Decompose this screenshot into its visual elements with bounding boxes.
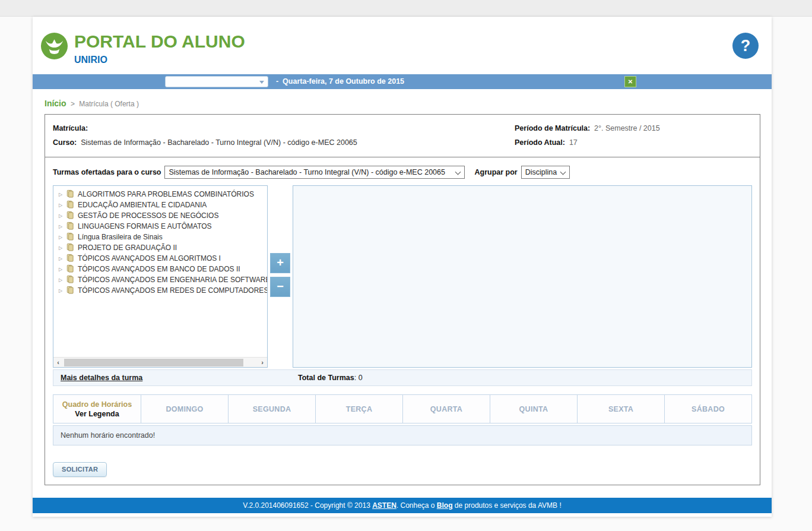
expand-arrow-icon[interactable]: ▷	[57, 267, 64, 272]
expand-arrow-icon[interactable]: ▷	[57, 192, 64, 197]
expand-arrow-icon[interactable]: ▷	[57, 288, 64, 293]
logo-text: PORTAL DO ALUNO UNIRIO	[74, 32, 245, 65]
question-mark-icon: ?	[741, 37, 751, 55]
day-header-domingo: DOMINGO	[141, 395, 228, 423]
transfer-buttons: + −	[268, 185, 293, 368]
folder-icon	[65, 286, 75, 296]
breadcrumb: Início > Matrícula ( Oferta )	[45, 99, 772, 108]
folder-icon	[65, 200, 75, 210]
total-turmas: Total de Turmas: 0	[298, 370, 363, 385]
tree-item[interactable]: ▷GESTÃO DE PROCESSOS DE NEGÓCIOS	[57, 210, 267, 221]
date-value: Quarta-feira, 7 de Outubro de 2015	[283, 77, 404, 86]
blog-link[interactable]: Blog	[437, 501, 453, 510]
tree-item-label: TÓPICOS AVANÇADOS EM ENGENHARIA DE SOFTW…	[78, 276, 268, 284]
enrollment-content: Turmas ofertadas para o curso Sistemas d…	[45, 157, 760, 485]
curso-value: Sistemas de Informação - Bacharelado - T…	[81, 138, 357, 147]
solicitar-button[interactable]: SOLICITAR	[53, 462, 107, 477]
day-header-quinta: QUINTA	[490, 395, 577, 423]
plus-icon: +	[277, 256, 284, 269]
schedule-corner-cell: Quadro de Horários Ver Legenda	[53, 395, 141, 423]
tree-item-label: EDUCAÇÃO AMBIENTAL E CIDADANIA	[78, 201, 207, 209]
tree-item[interactable]: ▷LINGUAGENS FORMAIS E AUTÔMATOS	[57, 221, 267, 232]
total-turmas-value: : 0	[354, 374, 363, 382]
tree-item[interactable]: ▷PROJETO DE GRADUAÇÃO II	[57, 242, 267, 253]
selected-classes-panel	[293, 185, 752, 368]
course-tree: ▷ALGORITMOS PARA PROBLEMAS COMBINATÓRIOS…	[57, 189, 267, 296]
minus-icon: −	[277, 280, 284, 293]
app-logo: PORTAL DO ALUNO UNIRIO	[40, 32, 772, 65]
expand-arrow-icon[interactable]: ▷	[57, 235, 64, 240]
folder-icon	[65, 264, 75, 274]
expand-arrow-icon[interactable]: ▷	[57, 245, 64, 251]
folder-icon	[65, 189, 75, 200]
curso-label: Curso:	[53, 138, 77, 147]
tree-item-label: TÓPICOS AVANÇADOS EM REDES DE COMPUTADOR…	[78, 286, 268, 295]
day-header-sexta: SEXTA	[577, 395, 664, 423]
chevron-down-icon	[455, 169, 461, 175]
tree-item[interactable]: ▷TÓPICOS AVANÇADOS EM ALGORITMOS I	[57, 253, 267, 264]
unirio-logo-icon	[40, 32, 68, 60]
asten-link[interactable]: ASTEN	[372, 501, 397, 510]
enrollment-box: Matrícula: Curso: Sistemas de Informação…	[45, 114, 760, 485]
app-title: PORTAL DO ALUNO	[74, 32, 245, 51]
context-select[interactable]	[165, 76, 268, 87]
class-details-link[interactable]: Mais detalhes da turma	[61, 374, 142, 382]
expand-arrow-icon[interactable]: ▷	[57, 213, 64, 219]
scrollbar-thumb[interactable]	[64, 359, 243, 366]
tree-item-label: LINGUAGENS FORMAIS E AUTÔMATOS	[78, 222, 212, 230]
scroll-right-button[interactable]: ›	[258, 358, 267, 368]
tree-item-label: Língua Brasileira de Sinais	[78, 233, 163, 241]
folder-icon	[65, 275, 75, 285]
ver-legenda-link[interactable]: Ver Legenda	[75, 409, 119, 419]
quadro-horarios-title: Quadro de Horários	[62, 400, 132, 409]
tree-item[interactable]: ▷TÓPICOS AVANÇADOS EM REDES DE COMPUTADO…	[57, 285, 267, 296]
matricula-label: Matrícula:	[53, 124, 88, 132]
help-button[interactable]: ?	[732, 33, 759, 59]
remove-button[interactable]: −	[270, 277, 290, 297]
schedule-empty-message: Nenhum horário encontrado!	[53, 425, 752, 445]
folder-icon	[65, 254, 75, 264]
breadcrumb-current: Matrícula ( Oferta )	[79, 100, 139, 108]
breadcrumb-home-link[interactable]: Início	[45, 99, 66, 108]
expand-arrow-icon[interactable]: ▷	[57, 256, 64, 261]
expand-arrow-icon[interactable]: ▷	[57, 203, 64, 208]
tree-item[interactable]: ▷EDUCAÇÃO AMBIENTAL E CIDADANIA	[57, 200, 267, 210]
horizontal-scrollbar: ‹ ›	[53, 357, 267, 367]
page-footer: V.2.0.201406091652 - Copyright © 2013 AS…	[33, 498, 772, 513]
chevron-down-icon	[560, 169, 566, 175]
close-button[interactable]: ✕	[624, 76, 636, 87]
date-separator: -	[276, 77, 283, 86]
info-left-column: Matrícula: Curso: Sistemas de Informação…	[53, 121, 515, 150]
current-date-text: - Quarta-feira, 7 de Outubro de 2015	[276, 74, 404, 89]
course-select-value: Sistemas de Informação - Bacharelado - T…	[169, 168, 445, 176]
day-header-sábado: SÁBADO	[664, 395, 751, 423]
periodo-atual-label: Período Atual:	[515, 138, 565, 147]
expand-arrow-icon[interactable]: ▷	[57, 224, 64, 229]
day-header-segunda: SEGUNDA	[228, 395, 315, 423]
periodo-atual-value: 17	[569, 138, 578, 147]
scrollbar-track[interactable]	[63, 359, 258, 366]
expand-arrow-icon[interactable]: ▷	[57, 277, 64, 283]
tree-item[interactable]: ▷ALGORITMOS PARA PROBLEMAS COMBINATÓRIOS	[57, 189, 267, 200]
turmas-ofertadas-label: Turmas ofertadas para o curso	[53, 168, 161, 176]
periodo-matricula-value: 2°. Semestre / 2015	[594, 124, 660, 132]
tree-item-label: ALGORITMOS PARA PROBLEMAS COMBINATÓRIOS	[78, 190, 254, 198]
add-button[interactable]: +	[270, 253, 290, 273]
top-gray-strip	[0, 0, 812, 17]
tree-item[interactable]: ▷TÓPICOS AVANÇADOS EM ENGENHARIA DE SOFT…	[57, 274, 267, 285]
course-select[interactable]: Sistemas de Informação - Bacharelado - T…	[164, 166, 465, 179]
folder-icon	[65, 232, 75, 242]
group-by-select[interactable]: Disciplina	[521, 166, 570, 179]
footer-tail-text: de produtos e serviços da AVMB !	[453, 501, 562, 510]
folder-icon	[65, 243, 75, 253]
group-by-select-value: Disciplina	[525, 168, 557, 176]
info-right-column: Período de Matrícula: 2°. Semestre / 201…	[515, 121, 752, 150]
tree-item[interactable]: ▷TÓPICOS AVANÇADOS EM BANCO DE DADOS II	[57, 264, 267, 274]
scroll-left-button[interactable]: ‹	[53, 358, 63, 368]
folder-icon	[65, 222, 75, 232]
portal-page: PORTAL DO ALUNO UNIRIO ? - Quarta-feira,…	[33, 17, 772, 517]
breadcrumb-separator: >	[71, 100, 75, 108]
tree-item-label: TÓPICOS AVANÇADOS EM BANCO DE DADOS II	[78, 265, 240, 273]
tree-item[interactable]: ▷Língua Brasileira de Sinais	[57, 232, 267, 242]
institution-name: UNIRIO	[74, 55, 245, 65]
